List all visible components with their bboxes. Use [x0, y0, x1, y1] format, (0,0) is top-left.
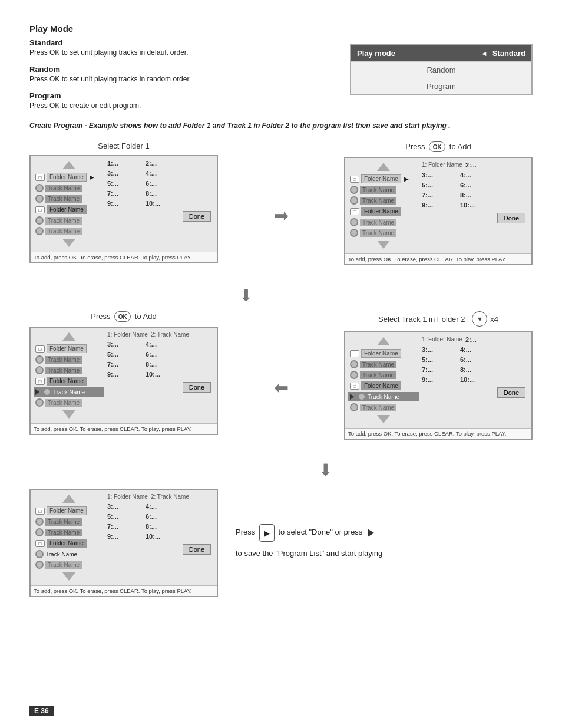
nav-arrow-down-4[interactable] — [377, 415, 390, 423]
track-icon-3c — [43, 388, 51, 396]
track-name-5c: Track Name — [45, 551, 77, 558]
track-name-1d: Track Name — [45, 228, 82, 235]
nav-arrow-down-3[interactable] — [62, 410, 75, 419]
menu-play-mode-label: Play mode — [357, 49, 476, 58]
diagram1-label: Select Folder 1 — [98, 141, 149, 150]
grid-row-1-3: 7:... 8:... — [107, 189, 214, 197]
arrow-down-container-1: ⬇ — [29, 283, 462, 308]
nav-arrows-4b — [348, 413, 419, 425]
prog-box-3-inner: □ Folder Name Track Name Track Name □ Fo… — [31, 328, 217, 423]
play-arrow-icon — [368, 529, 374, 537]
prog-box-1: □ Folder Name ▶ Track Name Track Name □ — [29, 155, 218, 263]
press-instruction-line2: to save the "Program List" and start pla… — [236, 549, 515, 558]
prog-right-2: 1: Folder Name 2:... 3:... 4:... 5:... 6… — [422, 161, 528, 251]
track-icon-1d — [35, 227, 44, 235]
track-row-5a: Track Name — [34, 517, 104, 526]
folder-icon-2: □ — [35, 206, 45, 213]
prog-footer-2: To add, press OK. To erase, press CLEAR.… — [345, 253, 531, 264]
track-name-1b: Track Name — [45, 195, 82, 203]
ok-button-label-2: OK — [114, 311, 131, 322]
done-button-3[interactable]: Done — [183, 382, 211, 393]
arrow-down-1: ⬇ — [239, 286, 253, 305]
prog-right-1: 1:... 2:... 3:... 4:... 5:... 6:... 7:..… — [107, 159, 214, 249]
track-icon-2b — [350, 196, 358, 205]
track-row-5d: Track Name — [34, 560, 104, 569]
grid-header-3: 1: Folder Name 2: Track Name — [107, 331, 214, 338]
done-button-1[interactable]: Done — [183, 211, 211, 222]
folder-name-3a: Folder Name — [47, 344, 87, 353]
track-name-4a: Track Name — [360, 361, 396, 368]
play-mode-title: Play Mode — [29, 24, 533, 34]
track-icon-2a — [350, 186, 358, 194]
prog-box-4-inner: □ Folder Name Track Name Track Name □ Fo… — [345, 332, 531, 428]
nav-arrow-up-5[interactable] — [62, 495, 75, 503]
nav-arrow-up-2[interactable] — [377, 163, 390, 171]
play-mode-menu-box: Play mode ◄ Standard Random Program — [350, 44, 533, 95]
grid-header-4: 1: Folder Name 2:... — [422, 335, 528, 344]
done-button-5[interactable]: Done — [183, 544, 211, 555]
done-row-2: Done — [422, 211, 528, 225]
nav-arrows-1 — [34, 159, 104, 171]
folder-icon-4a: □ — [350, 350, 359, 357]
create-program-italic: Create Program — [29, 121, 82, 130]
track-row-4d: Track Name — [348, 403, 419, 412]
grid-row-4-2: 5:... 6:... — [422, 355, 528, 364]
grid-row-5-1: 3:... 4:... — [107, 502, 214, 510]
track-icon-4c — [358, 393, 366, 401]
diagram-col-5: □ Folder Name Track Name Track Name □ Fo… — [29, 489, 218, 597]
track-name-3d: Track Name — [45, 399, 82, 407]
prog-left-5: □ Folder Name Track Name Track Name □ Fo… — [34, 493, 104, 582]
prog-box-2-inner: □ Folder Name ▶ Track Name Track Name □ — [345, 158, 531, 253]
done-button-4[interactable]: Done — [497, 387, 525, 398]
arrow-down-container-2: ⬇ — [118, 457, 533, 483]
prog-box-5-inner: □ Folder Name Track Name Track Name □ Fo… — [31, 490, 217, 585]
track-name-4c-selected: Track Name — [368, 394, 399, 400]
menu-program-label: Program — [427, 82, 456, 91]
done-row-3: Done — [107, 380, 214, 394]
done-button-2[interactable]: Done — [497, 213, 525, 223]
track-name-2b: Track Name — [360, 197, 396, 205]
track-name-3c-selected: Track Name — [53, 389, 85, 396]
grid-row-1-1: 3:... 4:... — [107, 169, 214, 177]
prog-box-4: □ Folder Name Track Name Track Name □ Fo… — [344, 331, 533, 440]
track-row-2b: Track Name — [348, 196, 419, 205]
prog-left-3: □ Folder Name Track Name Track Name □ Fo… — [34, 331, 104, 420]
grid-header-5: 1: Folder Name 2: Track Name — [107, 493, 214, 500]
track-name-5a: Track Name — [45, 518, 82, 526]
track-icon-5c — [35, 550, 44, 558]
track-icon-3d — [35, 398, 44, 407]
nav-arrow-down-2[interactable] — [377, 241, 390, 249]
track-name-3b: Track Name — [45, 367, 82, 374]
folder-icon-3b: □ — [35, 378, 45, 385]
grid-row-5-3: 7:... 8:... — [107, 522, 214, 531]
grid-row-4-3: 7:... 8:... — [422, 365, 528, 374]
prog-left-2: □ Folder Name ▶ Track Name Track Name □ — [348, 161, 419, 251]
track-name-1a: Track Name — [45, 185, 82, 192]
track-name-3a: Track Name — [45, 356, 82, 364]
grid-row-2-4: 9:... 10:... — [422, 201, 528, 209]
track-row-5c: Track Name — [34, 549, 104, 559]
arrow-left-1: ⬅ — [274, 377, 289, 398]
diagram-col-4: Select Track 1 in Folder 2 ▾ x4 □ Folder… — [344, 311, 533, 440]
nav-arrow-up-1[interactable] — [62, 161, 75, 169]
folder-name-5a: Folder Name — [47, 506, 87, 515]
menu-row-program: Program — [351, 78, 531, 94]
track-icon-4a — [350, 360, 358, 368]
press-instruction-line1: Press ▶ to select "Done" or press — [236, 524, 515, 542]
grid-row-2-3: 7:... 8:... — [422, 191, 528, 199]
nav-arrows-5b — [34, 571, 104, 582]
folder-name-4b: Folder Name — [361, 381, 401, 390]
menu-random-label: Random — [427, 65, 455, 74]
prog-right-3: 1: Folder Name 2: Track Name 3:... 4:...… — [107, 331, 214, 420]
menu-row-playmode: Play mode ◄ Standard — [351, 45, 531, 62]
folder-row-3b: □ Folder Name — [34, 376, 104, 386]
nav-arrow-down-1[interactable] — [62, 239, 75, 247]
x4-label: ▾ x4 — [472, 311, 498, 327]
diagram-col-2: Press OK to Add □ Folder Name ▶ T — [344, 141, 533, 265]
grid-row-5-4: 9:... 10:... — [107, 532, 214, 541]
diagram-col-1: Select Folder 1 □ Folder Name ▶ Track Na… — [29, 141, 218, 263]
nav-arrow-up-3[interactable] — [62, 332, 75, 341]
nav-arrow-down-5[interactable] — [62, 572, 75, 581]
nav-arrow-up-4[interactable] — [377, 337, 390, 345]
track-row-1a: Track Name — [34, 183, 104, 193]
